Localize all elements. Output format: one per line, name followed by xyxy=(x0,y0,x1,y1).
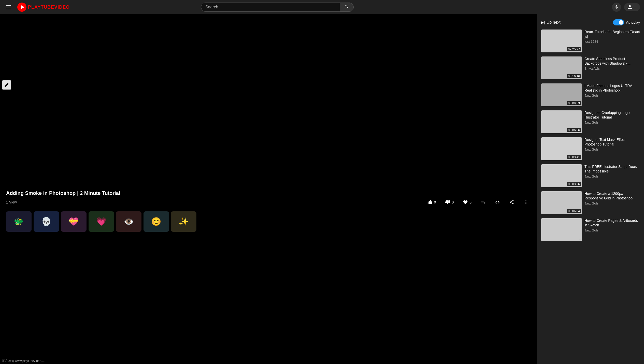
code-icon xyxy=(495,200,500,205)
status-bar: 正在等待 www.playtubevideo.... xyxy=(0,358,47,364)
more-vert-icon xyxy=(523,200,528,205)
video-list-channel: Jarz Goh xyxy=(584,94,640,97)
video-list-info: How to Create Pages & Artboards in Sketc… xyxy=(584,218,640,241)
like-button[interactable]: 0 xyxy=(425,198,439,206)
list-item[interactable]: 00:03:26 This FREE Illustrator Script Do… xyxy=(540,163,641,188)
pencil-icon xyxy=(4,82,9,88)
sticker-item[interactable]: 💝 xyxy=(61,211,87,232)
sticker-item[interactable]: 👁️ xyxy=(116,211,141,232)
video-list: 02:25:27 React Tutorial for Beginners [R… xyxy=(540,28,641,242)
duration-badge: 00:06:56 xyxy=(567,128,581,132)
duration-badge: 02:25:27 xyxy=(567,47,581,51)
list-item[interactable]: 02:25:27 React Tutorial for Beginners [R… xyxy=(540,28,641,53)
video-list-info: Design an Overlapping Logo Illustrator T… xyxy=(584,110,640,133)
video-list-info: React Tutorial for Beginners [React js] … xyxy=(584,30,640,52)
dislike-count: 0 xyxy=(452,200,454,204)
sticker-item[interactable]: ✨ xyxy=(171,211,196,232)
more-button[interactable] xyxy=(521,198,531,206)
list-item[interactable]: 00:09:53 I Made Famous Logos ULTRA Reali… xyxy=(540,82,641,107)
dislike-button[interactable]: 0 xyxy=(442,198,456,206)
video-list-channel: test 1234 xyxy=(584,40,640,43)
duration-badge: 00:03:26 xyxy=(567,182,581,186)
chevron-down-icon xyxy=(633,5,637,9)
list-item[interactable]: 00:06:56 Design an Overlapping Logo Illu… xyxy=(540,109,641,134)
sticker-item[interactable]: 🐲 xyxy=(6,211,32,232)
like-icon xyxy=(427,200,433,205)
account-button[interactable] xyxy=(624,3,640,11)
sticker-row: 🐲💀💝💗👁️😊✨ xyxy=(0,209,537,234)
sticker-item[interactable]: 💗 xyxy=(89,211,114,232)
logo-icon xyxy=(17,3,26,12)
dislike-icon xyxy=(445,200,450,205)
pencil-overlay[interactable] xyxy=(2,80,11,90)
thumbnail-wrapper: 00:03:41 xyxy=(541,137,582,160)
list-item[interactable]: 00:06:04 How to Create a 1200px Responsi… xyxy=(540,190,641,215)
embed-button[interactable] xyxy=(492,198,503,206)
thumbnail-wrapper: 00:06:56 xyxy=(541,110,582,133)
autoplay-label: Autoplay xyxy=(626,20,640,24)
video-list-title: How to Create a 1200px Responsive Grid i… xyxy=(584,191,640,200)
dollar-button[interactable]: $ xyxy=(612,3,621,12)
autoplay-switch[interactable] xyxy=(613,19,624,25)
view-count: 1 View xyxy=(6,200,17,204)
player-area: Adding Smoke in Photoshop | 2 Minute Tut… xyxy=(0,14,537,364)
share-icon xyxy=(509,200,514,205)
share-button[interactable] xyxy=(507,198,517,206)
thumbnail-wrapper xyxy=(541,218,582,241)
sticker-item[interactable]: 😊 xyxy=(144,211,169,232)
svg-point-3 xyxy=(525,202,526,202)
heart-icon xyxy=(463,200,468,205)
video-info: Adding Smoke in Photoshop | 2 Minute Tut… xyxy=(0,187,537,209)
like-count: 0 xyxy=(434,200,436,204)
video-list-channel: Jarz Goh xyxy=(584,174,640,178)
logo[interactable]: PLAYTUBEVIDEO xyxy=(17,3,70,12)
sticker-item[interactable]: 💀 xyxy=(34,211,59,232)
duration-badge xyxy=(579,240,581,240)
video-list-info: Create Seamless Product Backdrops with S… xyxy=(584,56,640,79)
thumbnail-wrapper: 00:09:53 xyxy=(541,83,582,106)
video-list-info: This FREE Illustrator Script Does The Im… xyxy=(584,164,640,187)
header: PLAYTUBEVIDEO $ xyxy=(0,0,644,14)
header-right: $ xyxy=(612,3,640,12)
video-player[interactable] xyxy=(0,14,537,187)
logo-text: PLAYTUBEVIDEO xyxy=(28,5,70,10)
list-item[interactable]: How to Create Pages & Artboards in Sketc… xyxy=(540,217,641,242)
sidebar: Up next Autoplay 02:25:27 React Tutorial… xyxy=(537,14,644,364)
video-list-channel: Jarz Goh xyxy=(584,201,640,205)
search-bar xyxy=(201,3,354,12)
duration-badge: 00:16:16 xyxy=(567,74,581,78)
video-list-info: I Made Famous Logos ULTRA Realistic in P… xyxy=(584,83,640,106)
playlist-add-icon xyxy=(481,200,486,205)
video-list-title: How to Create Pages & Artboards in Sketc… xyxy=(584,218,640,227)
search-input[interactable] xyxy=(201,3,340,12)
search-button[interactable] xyxy=(340,3,354,12)
sidebar-header: Up next Autoplay xyxy=(540,17,641,28)
video-list-channel: Jarz Goh xyxy=(584,228,640,232)
thumbnail-wrapper: 00:16:16 xyxy=(541,56,582,79)
video-list-title: React Tutorial for Beginners [React js] xyxy=(584,30,640,39)
video-list-info: How to Create a 1200px Responsive Grid i… xyxy=(584,191,640,214)
thumbnail xyxy=(541,218,582,241)
autoplay-toggle[interactable]: Autoplay xyxy=(613,19,640,25)
action-buttons: 0 0 0 xyxy=(425,198,531,206)
video-list-info: Design a Text Mask Effect Photoshop Tuto… xyxy=(584,137,640,160)
svg-point-4 xyxy=(525,203,526,204)
status-text: 正在等待 www.playtubevideo.... xyxy=(2,359,45,363)
account-icon xyxy=(627,5,632,10)
duration-badge: 00:06:04 xyxy=(567,209,581,213)
video-list-title: Design a Text Mask Effect Photoshop Tuto… xyxy=(584,137,640,147)
video-list-title: This FREE Illustrator Script Does The Im… xyxy=(584,164,640,173)
favorite-button[interactable]: 0 xyxy=(460,198,474,206)
main-layout: Adding Smoke in Photoshop | 2 Minute Tut… xyxy=(0,14,644,364)
video-title: Adding Smoke in Photoshop | 2 Minute Tut… xyxy=(6,190,531,196)
duration-badge: 00:09:53 xyxy=(567,101,581,105)
duration-badge: 00:03:41 xyxy=(567,155,581,159)
search-icon xyxy=(344,4,349,9)
video-list-channel: Shiva Avis xyxy=(584,67,640,70)
list-item[interactable]: 00:03:41 Design a Text Mask Effect Photo… xyxy=(540,136,641,161)
playlist-button[interactable] xyxy=(478,198,488,206)
thumbnail-wrapper: 00:06:04 xyxy=(541,191,582,214)
list-item[interactable]: 00:16:16 Create Seamless Product Backdro… xyxy=(540,55,641,80)
hamburger-menu[interactable] xyxy=(4,3,13,11)
video-list-title: Design an Overlapping Logo Illustrator T… xyxy=(584,110,640,120)
